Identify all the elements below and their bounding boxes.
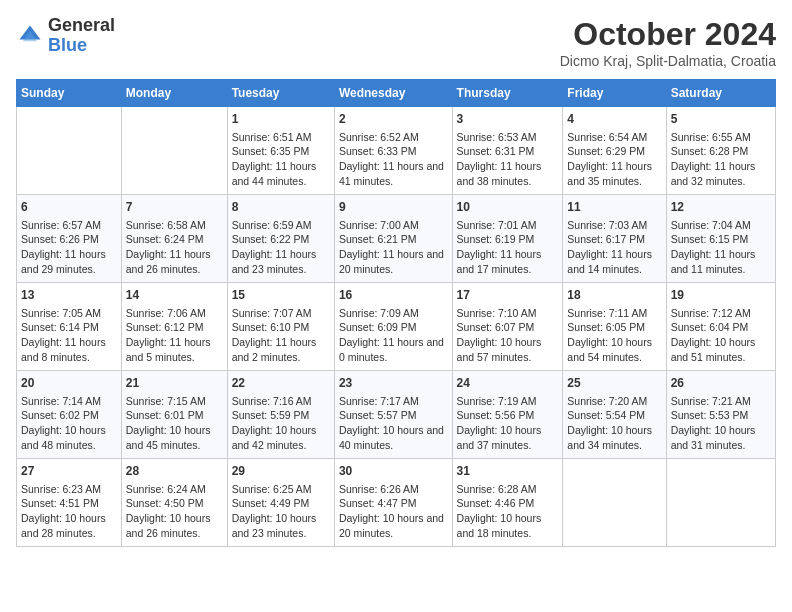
- title-block: October 2024 Dicmo Kraj, Split-Dalmatia,…: [560, 16, 776, 69]
- day-detail: Sunrise: 6:59 AMSunset: 6:22 PMDaylight:…: [232, 218, 330, 277]
- calendar-week-row: 20Sunrise: 7:14 AMSunset: 6:02 PMDayligh…: [17, 371, 776, 459]
- logo-icon: [16, 22, 44, 50]
- day-detail: Sunrise: 7:15 AMSunset: 6:01 PMDaylight:…: [126, 394, 223, 453]
- day-detail: Sunrise: 7:10 AMSunset: 6:07 PMDaylight:…: [457, 306, 559, 365]
- day-number: 5: [671, 111, 771, 128]
- calendar-cell: 26Sunrise: 7:21 AMSunset: 5:53 PMDayligh…: [666, 371, 775, 459]
- day-detail: Sunrise: 7:21 AMSunset: 5:53 PMDaylight:…: [671, 394, 771, 453]
- day-number: 31: [457, 463, 559, 480]
- day-number: 28: [126, 463, 223, 480]
- calendar-cell: 13Sunrise: 7:05 AMSunset: 6:14 PMDayligh…: [17, 283, 122, 371]
- day-number: 3: [457, 111, 559, 128]
- calendar-cell: [666, 459, 775, 547]
- header-day: Sunday: [17, 80, 122, 107]
- day-detail: Sunrise: 6:24 AMSunset: 4:50 PMDaylight:…: [126, 482, 223, 541]
- day-number: 11: [567, 199, 661, 216]
- header-row: SundayMondayTuesdayWednesdayThursdayFrid…: [17, 80, 776, 107]
- calendar-cell: [121, 107, 227, 195]
- day-detail: Sunrise: 7:14 AMSunset: 6:02 PMDaylight:…: [21, 394, 117, 453]
- calendar-cell: 2Sunrise: 6:52 AMSunset: 6:33 PMDaylight…: [334, 107, 452, 195]
- logo: General Blue: [16, 16, 115, 56]
- day-number: 19: [671, 287, 771, 304]
- day-number: 25: [567, 375, 661, 392]
- page-header: General Blue October 2024 Dicmo Kraj, Sp…: [16, 16, 776, 69]
- calendar-cell: [563, 459, 666, 547]
- calendar-body: 1Sunrise: 6:51 AMSunset: 6:35 PMDaylight…: [17, 107, 776, 547]
- calendar-cell: 9Sunrise: 7:00 AMSunset: 6:21 PMDaylight…: [334, 195, 452, 283]
- calendar-week-row: 6Sunrise: 6:57 AMSunset: 6:26 PMDaylight…: [17, 195, 776, 283]
- day-number: 15: [232, 287, 330, 304]
- day-detail: Sunrise: 7:17 AMSunset: 5:57 PMDaylight:…: [339, 394, 448, 453]
- day-number: 26: [671, 375, 771, 392]
- day-detail: Sunrise: 6:57 AMSunset: 6:26 PMDaylight:…: [21, 218, 117, 277]
- calendar-cell: 10Sunrise: 7:01 AMSunset: 6:19 PMDayligh…: [452, 195, 563, 283]
- day-number: 7: [126, 199, 223, 216]
- calendar-cell: 5Sunrise: 6:55 AMSunset: 6:28 PMDaylight…: [666, 107, 775, 195]
- calendar-cell: 8Sunrise: 6:59 AMSunset: 6:22 PMDaylight…: [227, 195, 334, 283]
- day-detail: Sunrise: 6:53 AMSunset: 6:31 PMDaylight:…: [457, 130, 559, 189]
- header-day: Wednesday: [334, 80, 452, 107]
- day-number: 10: [457, 199, 559, 216]
- calendar-cell: 6Sunrise: 6:57 AMSunset: 6:26 PMDaylight…: [17, 195, 122, 283]
- calendar-cell: 31Sunrise: 6:28 AMSunset: 4:46 PMDayligh…: [452, 459, 563, 547]
- day-number: 8: [232, 199, 330, 216]
- day-number: 23: [339, 375, 448, 392]
- calendar-cell: 11Sunrise: 7:03 AMSunset: 6:17 PMDayligh…: [563, 195, 666, 283]
- day-detail: Sunrise: 7:20 AMSunset: 5:54 PMDaylight:…: [567, 394, 661, 453]
- day-number: 30: [339, 463, 448, 480]
- day-detail: Sunrise: 6:54 AMSunset: 6:29 PMDaylight:…: [567, 130, 661, 189]
- calendar-cell: 19Sunrise: 7:12 AMSunset: 6:04 PMDayligh…: [666, 283, 775, 371]
- calendar-table: SundayMondayTuesdayWednesdayThursdayFrid…: [16, 79, 776, 547]
- calendar-week-row: 27Sunrise: 6:23 AMSunset: 4:51 PMDayligh…: [17, 459, 776, 547]
- day-number: 21: [126, 375, 223, 392]
- day-number: 20: [21, 375, 117, 392]
- day-number: 18: [567, 287, 661, 304]
- day-detail: Sunrise: 7:04 AMSunset: 6:15 PMDaylight:…: [671, 218, 771, 277]
- calendar-cell: 28Sunrise: 6:24 AMSunset: 4:50 PMDayligh…: [121, 459, 227, 547]
- day-number: 16: [339, 287, 448, 304]
- calendar-cell: 30Sunrise: 6:26 AMSunset: 4:47 PMDayligh…: [334, 459, 452, 547]
- calendar-cell: 21Sunrise: 7:15 AMSunset: 6:01 PMDayligh…: [121, 371, 227, 459]
- calendar-cell: 14Sunrise: 7:06 AMSunset: 6:12 PMDayligh…: [121, 283, 227, 371]
- month-title: October 2024: [560, 16, 776, 53]
- calendar-cell: 22Sunrise: 7:16 AMSunset: 5:59 PMDayligh…: [227, 371, 334, 459]
- day-detail: Sunrise: 7:06 AMSunset: 6:12 PMDaylight:…: [126, 306, 223, 365]
- calendar-cell: 16Sunrise: 7:09 AMSunset: 6:09 PMDayligh…: [334, 283, 452, 371]
- day-detail: Sunrise: 6:28 AMSunset: 4:46 PMDaylight:…: [457, 482, 559, 541]
- day-detail: Sunrise: 6:26 AMSunset: 4:47 PMDaylight:…: [339, 482, 448, 541]
- calendar-cell: 27Sunrise: 6:23 AMSunset: 4:51 PMDayligh…: [17, 459, 122, 547]
- location-text: Dicmo Kraj, Split-Dalmatia, Croatia: [560, 53, 776, 69]
- calendar-cell: 1Sunrise: 6:51 AMSunset: 6:35 PMDaylight…: [227, 107, 334, 195]
- logo-general-text: General: [48, 15, 115, 35]
- day-number: 4: [567, 111, 661, 128]
- day-detail: Sunrise: 6:23 AMSunset: 4:51 PMDaylight:…: [21, 482, 117, 541]
- calendar-week-row: 1Sunrise: 6:51 AMSunset: 6:35 PMDaylight…: [17, 107, 776, 195]
- day-number: 9: [339, 199, 448, 216]
- day-number: 2: [339, 111, 448, 128]
- calendar-cell: 4Sunrise: 6:54 AMSunset: 6:29 PMDaylight…: [563, 107, 666, 195]
- calendar-cell: 7Sunrise: 6:58 AMSunset: 6:24 PMDaylight…: [121, 195, 227, 283]
- day-number: 22: [232, 375, 330, 392]
- calendar-cell: 12Sunrise: 7:04 AMSunset: 6:15 PMDayligh…: [666, 195, 775, 283]
- calendar-cell: 3Sunrise: 6:53 AMSunset: 6:31 PMDaylight…: [452, 107, 563, 195]
- day-number: 24: [457, 375, 559, 392]
- calendar-week-row: 13Sunrise: 7:05 AMSunset: 6:14 PMDayligh…: [17, 283, 776, 371]
- day-detail: Sunrise: 7:11 AMSunset: 6:05 PMDaylight:…: [567, 306, 661, 365]
- day-number: 29: [232, 463, 330, 480]
- day-detail: Sunrise: 7:09 AMSunset: 6:09 PMDaylight:…: [339, 306, 448, 365]
- calendar-cell: 23Sunrise: 7:17 AMSunset: 5:57 PMDayligh…: [334, 371, 452, 459]
- day-detail: Sunrise: 6:55 AMSunset: 6:28 PMDaylight:…: [671, 130, 771, 189]
- day-detail: Sunrise: 7:07 AMSunset: 6:10 PMDaylight:…: [232, 306, 330, 365]
- day-number: 1: [232, 111, 330, 128]
- calendar-cell: [17, 107, 122, 195]
- calendar-cell: 15Sunrise: 7:07 AMSunset: 6:10 PMDayligh…: [227, 283, 334, 371]
- day-detail: Sunrise: 6:52 AMSunset: 6:33 PMDaylight:…: [339, 130, 448, 189]
- day-detail: Sunrise: 7:00 AMSunset: 6:21 PMDaylight:…: [339, 218, 448, 277]
- header-day: Monday: [121, 80, 227, 107]
- calendar-header: SundayMondayTuesdayWednesdayThursdayFrid…: [17, 80, 776, 107]
- day-detail: Sunrise: 6:51 AMSunset: 6:35 PMDaylight:…: [232, 130, 330, 189]
- day-number: 13: [21, 287, 117, 304]
- calendar-cell: 25Sunrise: 7:20 AMSunset: 5:54 PMDayligh…: [563, 371, 666, 459]
- day-number: 27: [21, 463, 117, 480]
- day-detail: Sunrise: 7:01 AMSunset: 6:19 PMDaylight:…: [457, 218, 559, 277]
